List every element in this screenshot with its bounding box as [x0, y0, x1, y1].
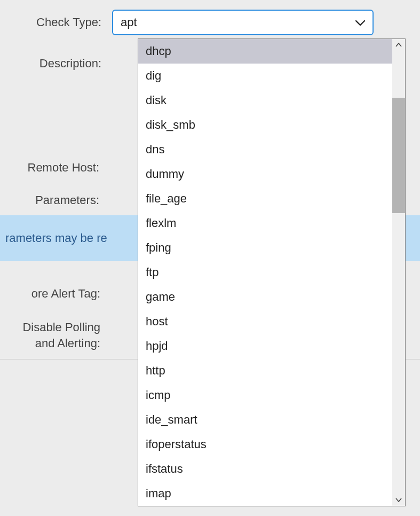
label-description: Description: — [5, 52, 112, 71]
dropdown-option[interactable]: fping — [138, 236, 405, 260]
dropdown-option[interactable]: hpjd — [138, 334, 405, 358]
dropdown-option[interactable]: dhcp — [138, 39, 405, 64]
dropdown-option[interactable]: game — [138, 285, 405, 309]
info-banner-text: rameters may be re — [5, 231, 107, 245]
dropdown-option[interactable]: icmp — [138, 383, 405, 408]
dropdown-option[interactable]: imap — [138, 481, 405, 506]
scroll-up-icon[interactable] — [392, 39, 405, 51]
dropdown-option[interactable]: ifstatus — [138, 457, 405, 481]
dropdown-option[interactable]: ifoperstatus — [138, 432, 405, 457]
label-ignore-alert: ore Alert Tag: — [5, 287, 111, 301]
label-disable-polling: Disable Polling and Alerting: — [5, 319, 111, 351]
dropdown-option[interactable]: flexlm — [138, 211, 405, 236]
check-type-value: apt — [121, 15, 137, 29]
dropdown-option[interactable]: dig — [138, 64, 405, 88]
label-parameters: Parameters: — [5, 193, 110, 207]
dropdown-option[interactable]: dummy — [138, 162, 405, 186]
dropdown-option[interactable]: ide_smart — [138, 408, 405, 432]
dropdown-option[interactable]: dns — [138, 137, 405, 162]
dropdown-list[interactable]: dhcpdigdiskdisk_smbdnsdummyfile_ageflexl… — [138, 39, 405, 506]
check-type-select[interactable]: apt — [112, 10, 374, 35]
dropdown-option[interactable]: disk — [138, 88, 405, 113]
dropdown-option[interactable]: host — [138, 309, 405, 334]
label-remote-host: Remote Host: — [5, 161, 110, 175]
chevron-down-icon — [355, 15, 365, 29]
label-disable-polling-line2: and Alerting: — [35, 337, 100, 350]
dropdown-option[interactable]: file_age — [138, 186, 405, 211]
scrollbar-thumb[interactable] — [392, 98, 405, 213]
dropdown-option[interactable]: ftp — [138, 260, 405, 285]
dropdown-option[interactable]: disk_smb — [138, 113, 405, 137]
label-check-type: Check Type: — [5, 15, 112, 29]
scroll-down-icon[interactable] — [392, 494, 405, 506]
dropdown-option[interactable]: http — [138, 358, 405, 383]
check-type-dropdown[interactable]: dhcpdigdiskdisk_smbdnsdummyfile_ageflexl… — [138, 38, 406, 506]
scrollbar[interactable] — [392, 39, 405, 506]
label-disable-polling-line1: Disable Polling — [22, 320, 100, 334]
